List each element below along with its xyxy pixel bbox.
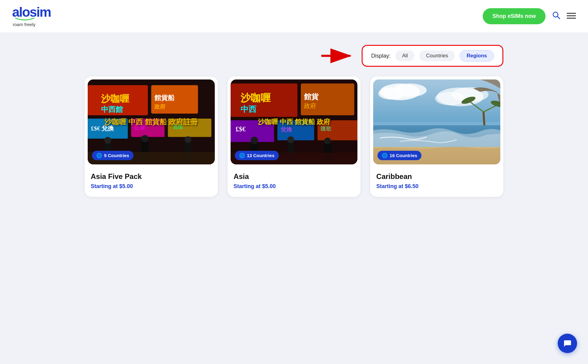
logo-tagline: roam freely	[13, 22, 35, 27]
display-label: Display:	[371, 53, 390, 59]
globe-icon-2: 🌐	[239, 153, 245, 158]
svg-text:館貨船: 館貨船	[154, 94, 175, 102]
card-image-wrap: 沙咖喱 中西館 館貨船 政府 £$€ 兌換 正菜 貨匯	[88, 79, 215, 164]
svg-text:中西: 中西	[241, 105, 257, 114]
hamburger-icon	[567, 12, 576, 19]
card-body-3: Caribbean Starting at $6.50	[370, 167, 503, 197]
globe-icon-3: 🌐	[382, 153, 388, 158]
filter-countries-button[interactable]: Countries	[419, 50, 455, 61]
site-header: alosim roam freely Shop eSIMs now	[0, 0, 588, 33]
card-body-1: Asia Five Pack Starting at $5.00	[85, 167, 218, 197]
svg-text:正菜: 正菜	[134, 124, 145, 130]
card-image-wrap-2: 沙咖喱 中西 館貨 政府 £$€ 兌換 匯歌	[231, 79, 358, 164]
countries-badge-1: 🌐 5 Countries	[92, 151, 133, 160]
badge-text-3: 16 Countries	[390, 153, 417, 158]
search-button[interactable]	[552, 11, 561, 22]
svg-point-54	[435, 92, 465, 105]
logo-text: alosim	[12, 5, 51, 19]
countries-badge-3: 🌐 16 Countries	[377, 151, 421, 160]
svg-text:沙咖喱: 沙咖喱	[241, 93, 271, 103]
svg-point-25	[185, 136, 191, 143]
card-image-wrap-3: 🌐 16 Countries	[373, 79, 500, 164]
svg-text:兌換: 兌換	[281, 126, 292, 133]
svg-point-45	[324, 138, 331, 144]
svg-line-1	[557, 16, 560, 19]
display-filter-box: Display: All Countries Regions	[362, 45, 503, 67]
svg-text:中西館: 中西館	[101, 105, 123, 113]
svg-text:£$€ 兌換: £$€ 兌換	[91, 125, 114, 132]
header-actions: Shop eSIMs now	[483, 8, 576, 24]
filter-regions-button[interactable]: Regions	[460, 50, 494, 62]
card-asia[interactable]: 沙咖喱 中西 館貨 政府 £$€ 兌換 匯歌	[228, 76, 361, 197]
svg-text:匯歌: 匯歌	[321, 126, 332, 132]
svg-rect-24	[185, 141, 191, 162]
chat-button[interactable]	[558, 334, 577, 353]
svg-rect-44	[324, 143, 331, 163]
badge-text-2: 13 Countries	[247, 153, 275, 158]
svg-rect-29	[301, 83, 354, 115]
menu-button[interactable]	[567, 12, 576, 21]
svg-rect-32	[317, 120, 357, 140]
svg-text:政府: 政府	[154, 103, 166, 110]
card-price-2: Starting at $5.00	[234, 183, 355, 190]
highlight-arrow	[319, 47, 356, 65]
svg-rect-10	[88, 119, 128, 139]
svg-rect-12	[168, 119, 211, 137]
svg-point-51	[378, 88, 405, 100]
logo-wordmark: alosim	[12, 5, 51, 19]
card-title-1: Asia Five Pack	[91, 172, 212, 181]
card-body-2: Asia Starting at $5.00	[228, 167, 361, 197]
svg-rect-30	[231, 120, 274, 142]
card-asia-five-pack[interactable]: 沙咖喱 中西館 館貨船 政府 £$€ 兌換 正菜 貨匯	[85, 76, 218, 197]
svg-rect-11	[131, 119, 164, 137]
shop-esims-button[interactable]: Shop eSIMs now	[483, 8, 546, 24]
svg-text:政府: 政府	[304, 103, 316, 109]
svg-rect-9	[151, 85, 198, 114]
logo-smile-icon	[13, 18, 37, 21]
search-icon	[552, 11, 561, 20]
card-title-2: Asia	[234, 172, 355, 181]
svg-text:貨匯: 貨匯	[173, 124, 183, 130]
svg-text:沙咖喱: 沙咖喱	[101, 94, 130, 104]
filter-all-button[interactable]: All	[395, 50, 414, 61]
badge-text-1: 5 Countries	[104, 153, 129, 158]
cards-grid: 沙咖喱 中西館 館貨船 政府 £$€ 兌換 正菜 貨匯	[85, 76, 503, 197]
svg-rect-22	[141, 140, 148, 162]
countries-badge-2: 🌐 13 Countries	[235, 151, 279, 160]
svg-point-21	[104, 137, 111, 144]
card-price-3: Starting at $6.50	[376, 183, 497, 190]
svg-rect-28	[231, 83, 297, 117]
card-caribbean[interactable]: 🌐 16 Countries Caribbean Starting at $6.…	[370, 76, 503, 197]
svg-rect-8	[88, 85, 148, 115]
logo: alosim roam freely	[12, 5, 51, 27]
globe-icon: 🌐	[96, 153, 102, 158]
chat-icon	[563, 339, 572, 348]
main-content: Display: All Countries Regions	[73, 33, 515, 215]
filter-row: Display: All Countries Regions	[85, 45, 503, 67]
red-arrow-icon	[319, 47, 356, 65]
card-price-1: Starting at $5.00	[91, 183, 212, 190]
svg-rect-42	[287, 141, 294, 163]
svg-text:£$€: £$€	[235, 125, 245, 133]
svg-point-23	[141, 135, 148, 142]
svg-point-41	[251, 136, 258, 144]
svg-text:館貨: 館貨	[304, 93, 319, 101]
card-title-3: Caribbean	[376, 172, 497, 181]
svg-rect-31	[277, 120, 314, 140]
svg-point-43	[287, 136, 294, 143]
